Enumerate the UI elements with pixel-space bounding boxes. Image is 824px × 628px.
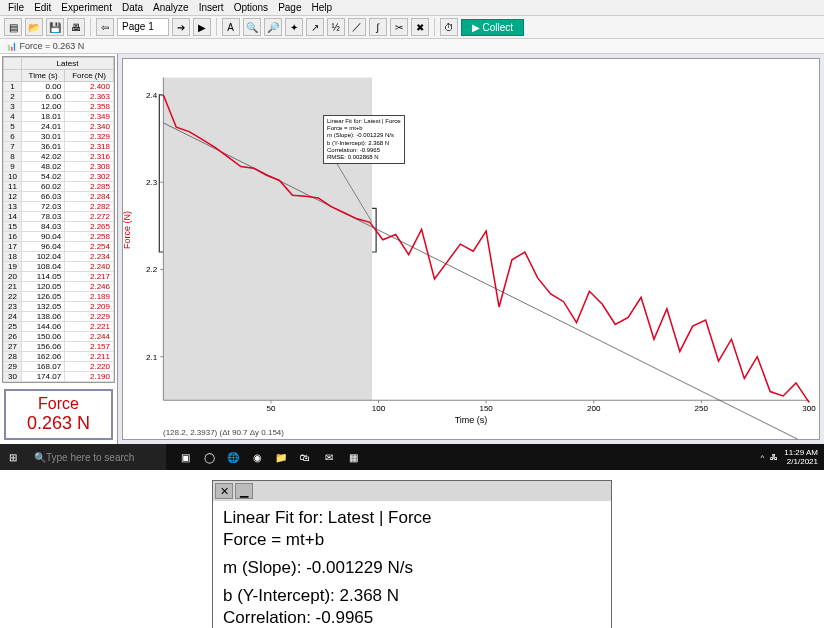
table-row[interactable]: 1584.032.265 xyxy=(4,222,114,232)
cortana-icon[interactable]: ◯ xyxy=(200,448,218,466)
col-time[interactable]: Time (s) xyxy=(22,70,65,82)
fit-rmse: RMSE: 0.002868 N xyxy=(327,154,401,161)
linear-fit-icon[interactable]: ／ xyxy=(348,18,366,36)
start-button[interactable]: ⊞ xyxy=(0,444,26,470)
file-new-icon[interactable]: ▤ xyxy=(4,18,22,36)
fit-title: Linear Fit for: Latest | Force xyxy=(327,118,401,125)
table-row[interactable]: 10.002.400 xyxy=(4,82,114,92)
svg-text:100: 100 xyxy=(372,404,386,413)
cut-icon[interactable]: ✂ xyxy=(390,18,408,36)
graph-area[interactable]: Force (N) 2.12.22.32.450100150200250300 … xyxy=(122,58,820,440)
store-icon[interactable]: 🛍 xyxy=(296,448,314,466)
zoom-out-icon[interactable]: 🔎 xyxy=(264,18,282,36)
table-row[interactable]: 418.012.349 xyxy=(4,112,114,122)
tray-net-icon[interactable]: 🖧 xyxy=(770,453,778,462)
chart-svg[interactable]: 2.12.22.32.450100150200250300 xyxy=(123,59,819,439)
enlarged-title: Linear Fit for: Latest | Force xyxy=(223,507,601,529)
table-row[interactable]: 312.002.358 xyxy=(4,102,114,112)
table-row[interactable]: 1054.022.302 xyxy=(4,172,114,182)
table-row[interactable]: 26150.062.244 xyxy=(4,332,114,342)
table-row[interactable]: 29168.072.220 xyxy=(4,362,114,372)
collect-button[interactable]: ▶ Collect xyxy=(461,19,524,36)
examine-icon[interactable]: ✦ xyxy=(285,18,303,36)
minimize-icon[interactable]: ▁ xyxy=(235,483,253,499)
stats-icon[interactable]: ½ xyxy=(327,18,345,36)
table-row[interactable]: 21120.052.246 xyxy=(4,282,114,292)
table-row[interactable]: 20114.052.217 xyxy=(4,272,114,282)
close-icon[interactable]: ✕ xyxy=(215,483,233,499)
table-row[interactable]: 30174.072.190 xyxy=(4,372,114,382)
data-table[interactable]: Latest Time (s)Force (N) 10.002.40026.00… xyxy=(2,56,115,383)
digital-meter[interactable]: Force 0.263 N xyxy=(4,389,113,440)
table-row[interactable]: 736.012.318 xyxy=(4,142,114,152)
menu-help[interactable]: Help xyxy=(311,2,332,13)
menu-analyze[interactable]: Analyze xyxy=(153,2,189,13)
explorer-icon[interactable]: 📁 xyxy=(272,448,290,466)
table-row[interactable]: 22126.052.189 xyxy=(4,292,114,302)
task-view-icon[interactable]: ▣ xyxy=(176,448,194,466)
search-placeholder: Type here to search xyxy=(46,452,134,463)
table-row[interactable]: 1266.032.284 xyxy=(4,192,114,202)
svg-text:300: 300 xyxy=(802,404,816,413)
tray-up-icon[interactable]: ^ xyxy=(760,453,764,462)
windows-taskbar: ⊞ 🔍 Type here to search ▣ ◯ 🌐 ◉ 📁 🛍 ✉ ▦ … xyxy=(0,444,824,470)
table-row[interactable]: 1796.042.254 xyxy=(4,242,114,252)
page-select[interactable]: Page 1 xyxy=(117,18,169,36)
meter-value: 0.263 N xyxy=(10,413,107,434)
menu-options[interactable]: Options xyxy=(234,2,268,13)
menu-experiment[interactable]: Experiment xyxy=(61,2,112,13)
table-row[interactable]: 31180.072.172 xyxy=(4,382,114,384)
play-icon[interactable]: ▶ xyxy=(193,18,211,36)
taskbar-search[interactable]: 🔍 Type here to search xyxy=(26,444,166,470)
menu-page[interactable]: Page xyxy=(278,2,301,13)
fit-corr: Correlation: -0.9965 xyxy=(327,147,401,154)
table-row[interactable]: 1478.032.272 xyxy=(4,212,114,222)
fit-callout[interactable]: Linear Fit for: Latest | Force Force = m… xyxy=(323,115,405,164)
table-row[interactable]: 28162.062.211 xyxy=(4,352,114,362)
clock-time[interactable]: 11:29 AM xyxy=(784,448,818,457)
table-row[interactable]: 18102.042.234 xyxy=(4,252,114,262)
data-collection-icon[interactable]: ⏱ xyxy=(440,18,458,36)
table-row[interactable]: 24138.062.229 xyxy=(4,312,114,322)
edge-icon[interactable]: 🌐 xyxy=(224,448,242,466)
app-icon[interactable]: ▦ xyxy=(344,448,362,466)
table-row[interactable]: 25144.062.221 xyxy=(4,322,114,332)
clock-date[interactable]: 2/1/2021 xyxy=(784,457,818,466)
run-header[interactable]: Latest xyxy=(22,58,114,70)
menu-file[interactable]: File xyxy=(8,2,24,13)
file-open-icon[interactable]: 📂 xyxy=(25,18,43,36)
zoom-in-icon[interactable]: 🔍 xyxy=(243,18,261,36)
svg-text:2.3: 2.3 xyxy=(146,178,158,187)
table-row[interactable]: 26.002.363 xyxy=(4,92,114,102)
status-tab[interactable]: 📊 Force = 0.263 N xyxy=(0,39,824,54)
print-icon[interactable]: 🖶 xyxy=(67,18,85,36)
mail-icon[interactable]: ✉ xyxy=(320,448,338,466)
table-row[interactable]: 19108.042.240 xyxy=(4,262,114,272)
table-row[interactable]: 524.012.340 xyxy=(4,122,114,132)
autoscale-icon[interactable]: A xyxy=(222,18,240,36)
tangent-icon[interactable]: ↗ xyxy=(306,18,324,36)
table-row[interactable]: 1160.022.285 xyxy=(4,182,114,192)
table-row[interactable]: 842.022.316 xyxy=(4,152,114,162)
table-row[interactable]: 948.022.308 xyxy=(4,162,114,172)
table-row[interactable]: 23132.052.209 xyxy=(4,302,114,312)
table-row[interactable]: 1372.032.282 xyxy=(4,202,114,212)
next-page-button[interactable]: ➔ xyxy=(172,18,190,36)
save-icon[interactable]: 💾 xyxy=(46,18,64,36)
y-axis-label[interactable]: Force (N) xyxy=(122,211,132,249)
svg-text:150: 150 xyxy=(479,404,493,413)
table-row[interactable]: 1690.042.258 xyxy=(4,232,114,242)
menu-insert[interactable]: Insert xyxy=(199,2,224,13)
col-force[interactable]: Force (N) xyxy=(65,70,114,82)
x-axis-label[interactable]: Time (s) xyxy=(455,415,488,425)
svg-text:2.1: 2.1 xyxy=(146,353,158,362)
table-row[interactable]: 630.012.329 xyxy=(4,132,114,142)
meter-label: Force xyxy=(10,395,107,413)
strike-icon[interactable]: ✖ xyxy=(411,18,429,36)
menu-data[interactable]: Data xyxy=(122,2,143,13)
chrome-icon[interactable]: ◉ xyxy=(248,448,266,466)
menu-edit[interactable]: Edit xyxy=(34,2,51,13)
curve-fit-icon[interactable]: ∫ xyxy=(369,18,387,36)
prev-page-button[interactable]: ⇦ xyxy=(96,18,114,36)
table-row[interactable]: 27156.062.157 xyxy=(4,342,114,352)
